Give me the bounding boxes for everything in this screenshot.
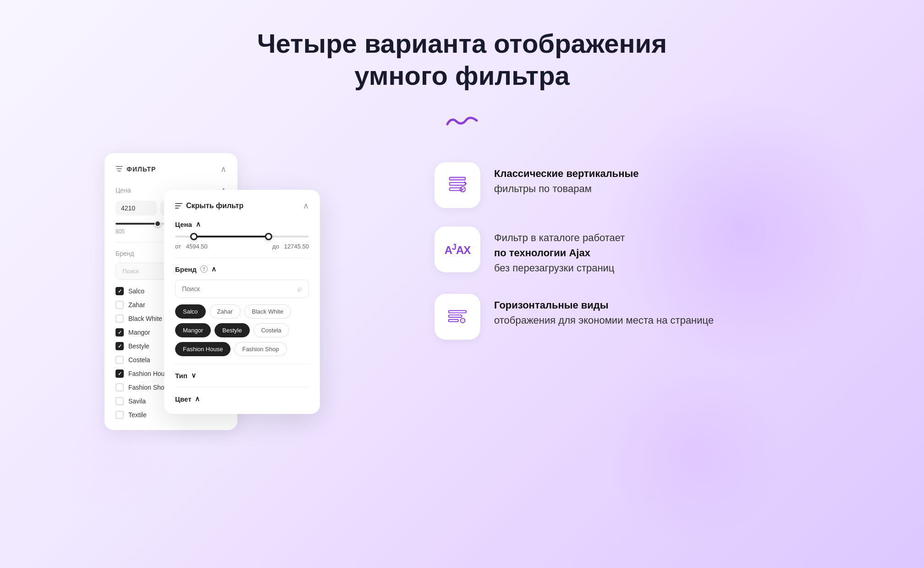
back-panel-header: ФИЛЬТР ∧	[116, 164, 226, 174]
brand-search-input[interactable]	[182, 285, 294, 292]
chip-fashion-house[interactable]: Fashion House	[175, 342, 231, 356]
slider-thumb[interactable]	[154, 221, 161, 227]
feature-text-ajax: Фильтр в каталоге работает по технологии…	[494, 226, 625, 276]
chips-row-1: Salco Zahar Black White	[175, 304, 309, 319]
svg-rect-5	[449, 311, 466, 313]
feature-desc-ajax: Фильтр в каталоге работает по технологии…	[494, 230, 625, 276]
feature-vertical-filters: Классические вертикальные фильтры по тов…	[434, 162, 838, 208]
chips-row-3: Fashion House Fashion Shop	[175, 342, 309, 356]
feature-icon-ajax: AJAX	[434, 226, 480, 272]
content-area: ФИЛЬТР ∧ Цена ∧ 4210 136 805	[50, 153, 874, 474]
checkbox-mangor[interactable]	[116, 328, 124, 336]
checkbox-fashion-shop[interactable]	[116, 383, 124, 392]
feature-desc-horizontal: Горизонтальные виды отображения для экон…	[494, 298, 714, 328]
slider-fill	[116, 223, 160, 225]
checkbox-black-white[interactable]	[116, 314, 124, 323]
chip-bestyle[interactable]: Bestyle	[214, 323, 250, 337]
search-icon: ⌕	[297, 285, 302, 293]
feature-text-horizontal: Горизонтальные виды отображения для экон…	[494, 294, 714, 328]
price-chevron-front-icon[interactable]: ∧	[196, 220, 201, 228]
chips-row-2: Mangor Bestyle Costela	[175, 323, 309, 337]
brand-header-front: Бренд ? ∧	[175, 265, 309, 273]
filter-lines-icon	[175, 203, 182, 209]
price-header-front: Цена ∧	[175, 220, 309, 228]
slider-fill-front	[195, 236, 269, 237]
color-chevron-icon[interactable]: ∧	[195, 395, 200, 403]
type-chevron-icon[interactable]: ∨	[191, 371, 196, 380]
type-section-header: Тип ∨	[175, 371, 309, 380]
svg-rect-6	[449, 315, 462, 317]
feature-icon-horizontal	[434, 294, 480, 340]
brand-chevron-icon[interactable]: ∧	[211, 265, 216, 273]
help-icon[interactable]: ?	[200, 265, 208, 273]
price-section-front: Цена ∧ от 4594.50	[175, 220, 309, 250]
feature-desc-vertical: Классические вертикальные фильтры по тов…	[494, 166, 638, 196]
brand-search-front[interactable]: ⌕	[175, 280, 309, 298]
filter-panel-front: Скрыть фильтр ∧ Цена ∧	[164, 190, 320, 414]
feature-text-vertical: Классические вертикальные фильтры по тов…	[494, 162, 638, 196]
divider-front-3	[175, 387, 309, 387]
chip-mangor[interactable]: Mangor	[175, 323, 211, 337]
tilde-decoration	[444, 110, 480, 135]
brand-section-front: Бренд ? ∧ ⌕ Salco Zahar Black White	[175, 265, 309, 356]
page-heading: Четыре варианта отображения умного фильт…	[257, 28, 667, 91]
filter-icon	[116, 165, 123, 174]
price-slider-front[interactable]	[175, 236, 309, 237]
price-from-input[interactable]: 4210	[116, 201, 157, 215]
checkbox-textile[interactable]	[116, 411, 124, 419]
color-section-header: Цвет ∧	[175, 395, 309, 403]
features-area: Классические вертикальные фильтры по тов…	[434, 153, 838, 474]
chip-black-white[interactable]: Black White	[244, 304, 292, 319]
divider-front-1	[175, 257, 309, 258]
chevron-up-icon[interactable]: ∧	[220, 164, 226, 174]
checkbox-fashion-house[interactable]	[116, 369, 124, 378]
divider-front-2	[175, 364, 309, 364]
page-wrapper: Четыре варианта отображения умного фильт…	[0, 0, 924, 568]
slider-thumb-right[interactable]	[265, 233, 272, 240]
price-range-labels: от 4594.50 до 12745.50	[175, 243, 309, 250]
page-title: Четыре варианта отображения умного фильт…	[257, 28, 667, 91]
feature-icon-vertical	[434, 162, 480, 208]
feature-horizontal-filters: Горизонтальные виды отображения для экон…	[434, 294, 838, 340]
front-chevron-up-icon[interactable]: ∧	[303, 201, 309, 211]
filter-panels: ФИЛЬТР ∧ Цена ∧ 4210 136 805	[86, 153, 407, 474]
chip-salco[interactable]: Salco	[175, 304, 206, 319]
front-panel-title: Скрыть фильтр	[175, 202, 243, 210]
chip-fashion-shop[interactable]: Fashion Shop	[234, 342, 286, 356]
checkbox-bestyle[interactable]	[116, 342, 124, 350]
checkbox-zahar[interactable]	[116, 301, 124, 309]
checkbox-salco[interactable]	[116, 287, 124, 295]
back-panel-title: ФИЛЬТР	[116, 165, 156, 174]
svg-rect-2	[450, 182, 466, 185]
chip-zahar[interactable]: Zahar	[209, 304, 241, 319]
chip-costela[interactable]: Costela	[253, 323, 289, 337]
feature-ajax: AJAX Фильтр в каталоге работает по техно…	[434, 226, 838, 276]
svg-rect-7	[449, 320, 458, 322]
checkbox-savila[interactable]	[116, 397, 124, 405]
checkbox-costela[interactable]	[116, 356, 124, 364]
front-panel-header: Скрыть фильтр ∧	[175, 201, 309, 211]
ajax-logo: AJAX	[445, 243, 471, 257]
slider-thumb-left[interactable]	[190, 233, 198, 240]
